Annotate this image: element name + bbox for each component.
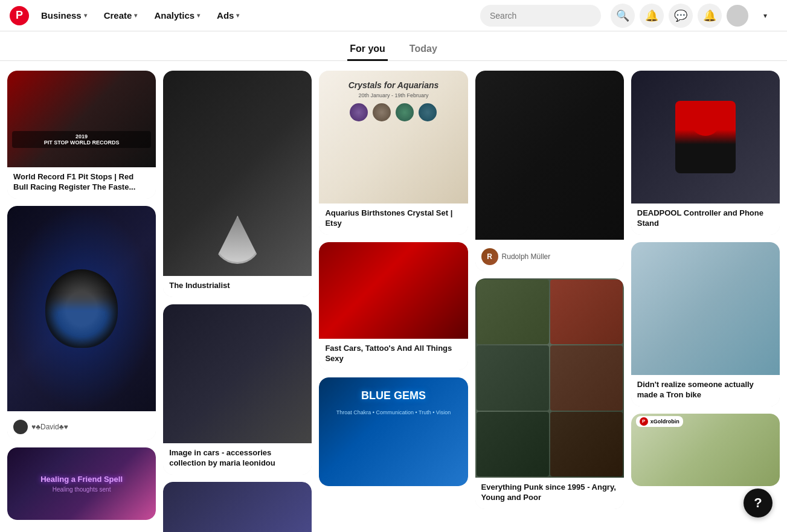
pin-title: Didn't realize someone actually made a T…	[637, 380, 774, 400]
nav-ads[interactable]: Ads ▾	[210, 5, 246, 25]
pin-skull[interactable]: ♥♣David♣♥	[7, 206, 156, 440]
pin-title: Aquarius Birthstones Crystal Set | Etsy	[325, 208, 461, 229]
nav-business-label: Business	[41, 10, 82, 21]
chevron-down-icon: ▾	[134, 12, 137, 19]
pin-gems2[interactable]	[163, 482, 312, 532]
pin-image	[163, 304, 312, 443]
author-avatar: R	[481, 248, 498, 265]
author-name: Rudolph Müller	[502, 252, 551, 261]
pin-bluegems[interactable]: BLUE GEMS Throat Chakra • Communication …	[319, 377, 467, 486]
pinterest-logo[interactable]: P	[10, 6, 29, 25]
pin-info: The Industrialist	[163, 276, 312, 297]
pin-image	[475, 278, 624, 478]
pin-image: Healing a Friend Spell Healing thoughts …	[7, 447, 156, 520]
pin-image	[163, 71, 312, 276]
chevron-down-icon: ▾	[84, 12, 87, 19]
nav-create-label: Create	[104, 10, 132, 21]
nav-ads-label: Ads	[217, 10, 234, 21]
pin-info: ♥♣David♣♥	[7, 411, 156, 440]
main-header: P Business ▾ Create ▾ Analytics ▾ Ads ▾ …	[0, 0, 787, 31]
pin-info: DEADPOOL Controller and Phone Stand	[631, 204, 780, 235]
pin-image: 2019PIT STOP WORLD RECORDS	[7, 71, 156, 167]
chevron-down-icon: ▾	[236, 12, 239, 19]
pin-tron[interactable]: Didn't realize someone actually made a T…	[631, 242, 780, 406]
chevron-down-icon: ▾	[197, 12, 200, 19]
nav-create[interactable]: Create ▾	[97, 5, 145, 25]
main-nav: Business ▾ Create ▾ Analytics ▾ Ads ▾	[34, 5, 475, 25]
messages-btn[interactable]: 💬	[669, 4, 693, 28]
nav-analytics[interactable]: Analytics ▾	[147, 5, 207, 25]
notifications-btn[interactable]: 🔔	[640, 4, 664, 28]
pin-f1[interactable]: 2019PIT STOP WORLD RECORDS World Record …	[7, 71, 156, 199]
author-avatar	[13, 420, 28, 434]
search-icon-btn[interactable]: 🔍	[611, 4, 635, 28]
pin-info: R Rudolph Müller	[475, 240, 624, 271]
pin-motorcycle[interactable]: R Rudolph Müller	[475, 71, 624, 271]
pin-image: Crystals for Aquarians 20th January - 19…	[319, 71, 467, 204]
pin-title: DEADPOOL Controller and Phone Stand	[637, 208, 774, 229]
feed-tabs: For you Today	[0, 31, 787, 61]
pin-info: Everything Punk since 1995 - Angry, Youn…	[475, 478, 624, 509]
pin-title: World Record F1 Pit Stops | Red Bull Rac…	[13, 172, 150, 193]
pin-title: Fast Cars, Tattoo's And All Things Sexy	[325, 344, 461, 364]
pin-image: P xGoldrobin	[631, 414, 780, 486]
author-name: ♥♣David♣♥	[31, 423, 68, 431]
header-icons-group: 🔍 🔔 💬 🔔 ▾	[611, 4, 777, 28]
pin-image	[163, 482, 312, 532]
nav-analytics-label: Analytics	[154, 10, 194, 21]
masonry-feed: 2019PIT STOP WORLD RECORDS World Record …	[0, 61, 787, 532]
search-input[interactable]	[480, 5, 601, 27]
pin-info: Aquarius Birthstones Crystal Set | Etsy	[319, 204, 467, 235]
pin-author: R Rudolph Müller	[481, 248, 618, 265]
pin-mercedes[interactable]: The Industrialist	[163, 71, 312, 297]
pin-image: BLUE GEMS Throat Chakra • Communication …	[319, 377, 467, 486]
pin-xgold[interactable]: P xGoldrobin	[631, 414, 780, 486]
help-button[interactable]: ?	[744, 489, 773, 518]
pin-image	[7, 206, 156, 411]
tab-for-you[interactable]: For you	[347, 39, 388, 61]
account-chevron[interactable]: ▾	[753, 4, 777, 28]
user-avatar[interactable]	[727, 5, 748, 27]
pin-healing[interactable]: Healing a Friend Spell Healing thoughts …	[7, 447, 156, 520]
pin-info: Didn't realize someone actually made a T…	[631, 375, 780, 406]
nav-business[interactable]: Business ▾	[34, 5, 94, 25]
pin-info: World Record F1 Pit Stops | Red Bull Rac…	[7, 167, 156, 199]
pin-image	[631, 242, 780, 375]
pin-info: Image in cars - accessories collection b…	[163, 443, 312, 475]
pin-image	[319, 242, 467, 339]
pin-title: Image in cars - accessories collection b…	[169, 448, 306, 469]
pin-mustang[interactable]: Fast Cars, Tattoo's And All Things Sexy	[319, 242, 467, 370]
pin-title: Everything Punk since 1995 - Angry, Youn…	[481, 482, 618, 503]
pin-aston[interactable]: Image in cars - accessories collection b…	[163, 304, 312, 475]
pin-crystals[interactable]: Crystals for Aquarians 20th January - 19…	[319, 71, 467, 235]
pin-title: The Industrialist	[169, 281, 306, 291]
pin-author: ♥♣David♣♥	[13, 420, 150, 434]
alerts-btn[interactable]: 🔔	[698, 4, 722, 28]
pin-image	[631, 71, 780, 204]
tab-today[interactable]: Today	[407, 39, 440, 61]
pin-image	[475, 71, 624, 240]
pin-info: Fast Cars, Tattoo's And All Things Sexy	[319, 339, 467, 370]
pin-deadpool[interactable]: DEADPOOL Controller and Phone Stand	[631, 71, 780, 235]
pin-jackets[interactable]: Everything Punk since 1995 - Angry, Youn…	[475, 278, 624, 509]
